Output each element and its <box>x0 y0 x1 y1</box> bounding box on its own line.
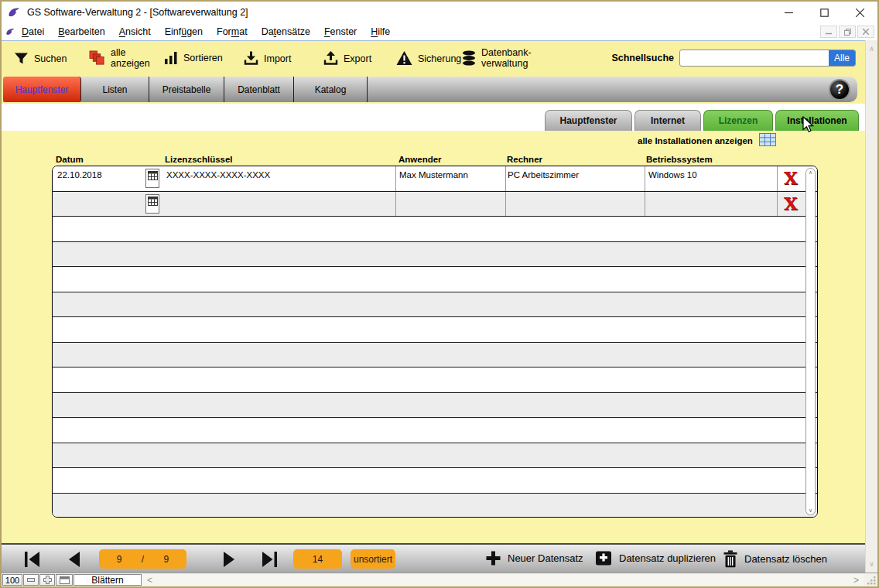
window-title: GS Software-Verwaltung 2 - [Softwareverw… <box>27 7 248 18</box>
delete-row-button[interactable]: X <box>778 193 803 214</box>
menu-item-einfuegen[interactable]: Einfügen <box>158 25 210 39</box>
calendar-icon <box>148 171 158 180</box>
resize-grip[interactable] <box>864 573 877 586</box>
database-line2: verwaltung <box>481 58 532 69</box>
menu-item-datei[interactable]: Datei <box>15 25 51 39</box>
export-button[interactable]: Export <box>323 51 371 66</box>
delete-row-button[interactable]: X <box>778 167 803 189</box>
empty-row <box>53 443 817 469</box>
toggle-statusbar-button[interactable] <box>56 574 73 586</box>
database-line1: Datenbank- <box>481 47 532 58</box>
empty-row <box>53 292 817 318</box>
menu-text: ensätze <box>276 26 310 37</box>
mode-selector[interactable]: Blättern <box>74 574 142 586</box>
window-controls <box>771 2 877 23</box>
menu-item-format[interactable]: Format <box>210 25 255 39</box>
minimize-button[interactable] <box>771 2 806 23</box>
sort-button[interactable]: Sortieren <box>164 51 223 65</box>
mdi-restore-button[interactable] <box>839 26 856 38</box>
mdi-close-button[interactable] <box>857 26 874 38</box>
calendar-picker-button[interactable] <box>145 169 159 188</box>
view-tab-strip: Hauptfenster Internet Lizenzen Installat… <box>2 104 865 131</box>
tab-hauptfenster[interactable]: Hauptfenster <box>3 77 81 102</box>
minus-icon <box>27 578 35 582</box>
datum-field[interactable]: 22.10.2018 <box>57 170 102 179</box>
scroll-up-icon[interactable]: ∧ <box>866 45 877 53</box>
tab-katalog[interactable]: Katalog <box>294 77 368 102</box>
menu-text: F <box>324 26 330 37</box>
cell-divider <box>395 166 396 191</box>
search-button[interactable]: Suchen <box>14 51 67 66</box>
menu-item-datensaetze[interactable]: Datensätze <box>255 25 317 39</box>
duplicate-icon <box>594 550 613 566</box>
view-tab-lizenzen[interactable]: Lizenzen <box>703 110 773 131</box>
backup-button[interactable]: Sicherung <box>396 51 461 66</box>
cell-divider <box>395 192 396 217</box>
record-count-badge: 14 <box>293 549 342 569</box>
zoom-level-field[interactable]: 100 <box>2 574 22 586</box>
menu-item-bearbeiten[interactable]: Bearbeiten <box>51 25 111 39</box>
empty-row <box>53 217 817 242</box>
menu-text: at <box>239 26 247 37</box>
view-tab-internet[interactable]: Internet <box>634 110 701 131</box>
view-tab-hauptfenster[interactable]: Hauptfenster <box>545 110 632 131</box>
menu-item-hilfe[interactable]: Hilfe <box>364 25 397 39</box>
document-icon <box>6 28 15 36</box>
zoom-in-button[interactable] <box>39 574 55 586</box>
scroll-right-icon[interactable]: > <box>853 574 859 586</box>
layout-tab-bar: Hauptfenster Listen Preistabelle Datenbl… <box>3 77 857 102</box>
rechner-field[interactable]: PC Arbeitszimmer <box>508 170 579 179</box>
horizontal-scrollbar[interactable]: < > <box>142 574 864 586</box>
mdi-minimize-button[interactable] <box>820 26 837 38</box>
close-button[interactable] <box>842 2 877 23</box>
filter-icon <box>14 51 29 66</box>
delete-record-button[interactable]: Datensatz löschen <box>723 550 827 568</box>
betriebssystem-field[interactable]: Windows 10 <box>648 170 697 179</box>
column-header-rechner: Rechner <box>507 155 542 164</box>
duplicate-record-label: Datensatz duplizieren <box>619 552 716 564</box>
tab-listen[interactable]: Listen <box>81 77 149 102</box>
lizenzschluessel-field[interactable]: XXXX-XXXX-XXXX-XXXX <box>166 170 270 179</box>
zoom-out-button[interactable] <box>23 574 39 586</box>
table-view-icon[interactable] <box>759 133 776 146</box>
view-tab-installationen[interactable]: Installationen <box>775 110 859 131</box>
scroll-up-icon[interactable]: ∧ <box>806 169 815 176</box>
menu-item-fenster[interactable]: Fenster <box>317 25 364 39</box>
show-all-button[interactable]: alleanzeigen <box>89 47 150 69</box>
column-header-datum: Datum <box>56 155 84 164</box>
help-button[interactable]: ? <box>829 79 850 101</box>
last-record-icon <box>260 551 279 568</box>
cell-divider <box>777 192 778 217</box>
tab-preistabelle[interactable]: Preistabelle <box>149 77 224 102</box>
record-position-badge[interactable]: 9 / 9 <box>99 549 186 569</box>
maximize-button[interactable] <box>806 2 842 23</box>
previous-record-button[interactable] <box>67 551 82 571</box>
tab-datenblatt[interactable]: Datenblatt <box>224 77 294 102</box>
search-all-button[interactable]: Alle <box>829 50 855 66</box>
database-management-button[interactable]: Datenbank-verwaltung <box>462 47 532 69</box>
first-record-icon <box>23 551 42 568</box>
anwender-field[interactable]: Max Mustermann <box>399 170 468 179</box>
scroll-down-icon[interactable]: ∨ <box>806 508 815 514</box>
empty-row <box>53 393 817 419</box>
import-label: Import <box>264 53 291 63</box>
duplicate-record-button[interactable]: Datensatz duplizieren <box>594 550 716 566</box>
calendar-picker-button[interactable] <box>145 194 159 214</box>
table-scrollbar[interactable]: ∧ ∨ <box>805 168 816 515</box>
quick-search: Schnellsuche Alle <box>611 50 856 67</box>
next-record-button[interactable] <box>221 551 237 571</box>
new-record-button[interactable]: Neuer Datensatz <box>485 550 583 566</box>
scroll-down-icon[interactable]: ∨ <box>866 560 877 568</box>
import-button[interactable]: Import <box>244 51 291 66</box>
menu-text: Da <box>262 26 274 37</box>
current-record[interactable]: 9 <box>117 554 122 565</box>
first-record-button[interactable] <box>23 551 42 571</box>
vertical-scrollbar[interactable]: ∧ ∨ <box>865 40 877 573</box>
menu-item-ansicht[interactable]: Ansicht <box>112 25 158 39</box>
warning-icon <box>396 51 412 66</box>
scroll-left-icon[interactable]: < <box>147 574 152 586</box>
table-row: 22.10.2018 XXXX-XXXX-XXXX-XXXX Max Muste… <box>53 166 817 192</box>
cell-divider <box>645 192 645 217</box>
last-record-button[interactable] <box>260 551 279 571</box>
table-row: X <box>53 192 817 217</box>
